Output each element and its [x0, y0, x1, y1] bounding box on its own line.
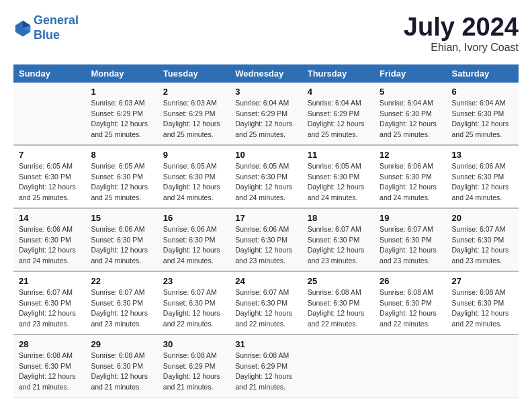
day-info: Sunrise: 6:07 AMSunset: 6:30 PMDaylight:…	[163, 287, 224, 330]
calendar-cell: 22Sunrise: 6:07 AMSunset: 6:30 PMDayligh…	[85, 271, 157, 334]
day-number: 5	[380, 87, 441, 97]
day-number: 17	[235, 213, 296, 223]
day-info: Sunrise: 6:07 AMSunset: 6:30 PMDaylight:…	[452, 224, 513, 267]
calendar-cell: 2Sunrise: 6:03 AMSunset: 6:29 PMDaylight…	[158, 83, 230, 145]
day-info: Sunrise: 6:08 AMSunset: 6:30 PMDaylight:…	[308, 287, 369, 330]
day-info: Sunrise: 6:04 AMSunset: 6:29 PMDaylight:…	[308, 98, 369, 140]
day-info: Sunrise: 6:03 AMSunset: 6:29 PMDaylight:…	[163, 98, 224, 140]
calendar-cell: 30Sunrise: 6:08 AMSunset: 6:29 PMDayligh…	[158, 334, 230, 398]
calendar-cell: 27Sunrise: 6:08 AMSunset: 6:30 PMDayligh…	[447, 271, 519, 334]
day-info: Sunrise: 6:08 AMSunset: 6:30 PMDaylight:…	[91, 351, 152, 393]
day-info: Sunrise: 6:04 AMSunset: 6:30 PMDaylight:…	[452, 98, 513, 140]
day-info: Sunrise: 6:06 AMSunset: 6:30 PMDaylight:…	[380, 161, 441, 203]
calendar-cell	[447, 334, 519, 398]
calendar-cell: 5Sunrise: 6:04 AMSunset: 6:30 PMDaylight…	[374, 83, 446, 145]
calendar-cell: 16Sunrise: 6:06 AMSunset: 6:30 PMDayligh…	[158, 208, 230, 271]
day-number: 13	[452, 150, 513, 160]
calendar-cell: 17Sunrise: 6:06 AMSunset: 6:30 PMDayligh…	[230, 208, 302, 271]
day-info: Sunrise: 6:05 AMSunset: 6:30 PMDaylight:…	[163, 161, 224, 203]
calendar-cell: 12Sunrise: 6:06 AMSunset: 6:30 PMDayligh…	[374, 145, 446, 208]
day-info: Sunrise: 6:08 AMSunset: 6:30 PMDaylight:…	[19, 351, 80, 393]
calendar-cell	[302, 334, 374, 398]
day-number: 25	[308, 276, 369, 286]
day-info: Sunrise: 6:04 AMSunset: 6:30 PMDaylight:…	[380, 98, 441, 140]
day-number: 4	[308, 87, 369, 97]
header-row: SundayMondayTuesdayWednesdayThursdayFrid…	[13, 64, 519, 83]
day-info: Sunrise: 6:07 AMSunset: 6:30 PMDaylight:…	[380, 224, 441, 267]
logo-line1: General	[34, 13, 79, 27]
calendar-cell: 24Sunrise: 6:07 AMSunset: 6:30 PMDayligh…	[230, 271, 302, 334]
day-of-week-header: Saturday	[447, 64, 519, 83]
day-number: 2	[163, 87, 224, 97]
day-of-week-header: Sunday	[13, 64, 85, 83]
logo-text: General Blue	[34, 13, 79, 42]
calendar-cell: 21Sunrise: 6:07 AMSunset: 6:30 PMDayligh…	[13, 271, 85, 334]
day-number: 7	[19, 150, 80, 160]
title-block: July 2024 Ehian, Ivory Coast	[404, 13, 519, 54]
day-number: 9	[163, 150, 224, 160]
day-of-week-header: Thursday	[302, 64, 374, 83]
day-info: Sunrise: 6:06 AMSunset: 6:30 PMDaylight:…	[163, 224, 224, 267]
day-of-week-header: Tuesday	[158, 64, 230, 83]
calendar-cell: 20Sunrise: 6:07 AMSunset: 6:30 PMDayligh…	[447, 208, 519, 271]
day-info: Sunrise: 6:07 AMSunset: 6:30 PMDaylight:…	[19, 287, 80, 330]
day-info: Sunrise: 6:06 AMSunset: 6:30 PMDaylight:…	[235, 224, 296, 267]
day-info: Sunrise: 6:03 AMSunset: 6:29 PMDaylight:…	[91, 98, 152, 140]
day-number: 26	[380, 276, 441, 286]
calendar-cell: 6Sunrise: 6:04 AMSunset: 6:30 PMDaylight…	[447, 83, 519, 145]
day-of-week-header: Wednesday	[230, 64, 302, 83]
day-number: 15	[91, 213, 152, 223]
calendar-cell: 8Sunrise: 6:05 AMSunset: 6:30 PMDaylight…	[85, 145, 157, 208]
calendar-week-row: 14Sunrise: 6:06 AMSunset: 6:30 PMDayligh…	[13, 208, 519, 271]
day-number: 6	[452, 87, 513, 97]
month-title: July 2024	[404, 13, 519, 42]
calendar-cell: 3Sunrise: 6:04 AMSunset: 6:29 PMDaylight…	[230, 83, 302, 145]
calendar-cell: 23Sunrise: 6:07 AMSunset: 6:30 PMDayligh…	[158, 271, 230, 334]
day-number: 10	[235, 150, 296, 160]
calendar-cell: 9Sunrise: 6:05 AMSunset: 6:30 PMDaylight…	[158, 145, 230, 208]
calendar-cell: 7Sunrise: 6:05 AMSunset: 6:30 PMDaylight…	[13, 145, 85, 208]
day-number: 8	[91, 150, 152, 160]
day-info: Sunrise: 6:08 AMSunset: 6:29 PMDaylight:…	[163, 351, 224, 393]
day-number: 27	[452, 276, 513, 286]
calendar-week-row: 28Sunrise: 6:08 AMSunset: 6:30 PMDayligh…	[13, 334, 519, 398]
calendar-cell: 15Sunrise: 6:06 AMSunset: 6:30 PMDayligh…	[85, 208, 157, 271]
day-number: 24	[235, 276, 296, 286]
day-number: 12	[380, 150, 441, 160]
day-number: 30	[163, 339, 224, 349]
day-of-week-header: Monday	[85, 64, 157, 83]
day-info: Sunrise: 6:06 AMSunset: 6:30 PMDaylight:…	[452, 161, 513, 203]
calendar-cell: 31Sunrise: 6:08 AMSunset: 6:29 PMDayligh…	[230, 334, 302, 398]
day-number: 18	[308, 213, 369, 223]
calendar-cell: 18Sunrise: 6:07 AMSunset: 6:30 PMDayligh…	[302, 208, 374, 271]
location: Ehian, Ivory Coast	[404, 42, 519, 54]
calendar-cell: 4Sunrise: 6:04 AMSunset: 6:29 PMDaylight…	[302, 83, 374, 145]
calendar-cell: 26Sunrise: 6:08 AMSunset: 6:30 PMDayligh…	[374, 271, 446, 334]
calendar-cell: 14Sunrise: 6:06 AMSunset: 6:30 PMDayligh…	[13, 208, 85, 271]
day-number: 20	[452, 213, 513, 223]
day-number: 28	[19, 339, 80, 349]
day-info: Sunrise: 6:07 AMSunset: 6:30 PMDaylight:…	[308, 224, 369, 267]
day-info: Sunrise: 6:07 AMSunset: 6:30 PMDaylight:…	[235, 287, 296, 330]
day-info: Sunrise: 6:08 AMSunset: 6:30 PMDaylight:…	[380, 287, 441, 330]
calendar-cell: 11Sunrise: 6:05 AMSunset: 6:30 PMDayligh…	[302, 145, 374, 208]
calendar-week-row: 1Sunrise: 6:03 AMSunset: 6:29 PMDaylight…	[13, 83, 519, 145]
calendar-cell	[374, 334, 446, 398]
day-info: Sunrise: 6:05 AMSunset: 6:30 PMDaylight:…	[91, 161, 152, 203]
calendar-table: SundayMondayTuesdayWednesdayThursdayFrid…	[13, 64, 519, 398]
day-info: Sunrise: 6:08 AMSunset: 6:30 PMDaylight:…	[452, 287, 513, 330]
day-number: 14	[19, 213, 80, 223]
day-number: 21	[19, 276, 80, 286]
logo: General Blue	[13, 13, 79, 42]
day-number: 22	[91, 276, 152, 286]
day-number: 31	[235, 339, 296, 349]
day-number: 11	[308, 150, 369, 160]
calendar-cell	[13, 83, 85, 145]
day-number: 23	[163, 276, 224, 286]
calendar-cell: 1Sunrise: 6:03 AMSunset: 6:29 PMDaylight…	[85, 83, 157, 145]
calendar-week-row: 21Sunrise: 6:07 AMSunset: 6:30 PMDayligh…	[13, 271, 519, 334]
day-info: Sunrise: 6:06 AMSunset: 6:30 PMDaylight:…	[19, 224, 80, 267]
day-number: 19	[380, 213, 441, 223]
day-info: Sunrise: 6:05 AMSunset: 6:30 PMDaylight:…	[308, 161, 369, 203]
calendar-week-row: 7Sunrise: 6:05 AMSunset: 6:30 PMDaylight…	[13, 145, 519, 208]
